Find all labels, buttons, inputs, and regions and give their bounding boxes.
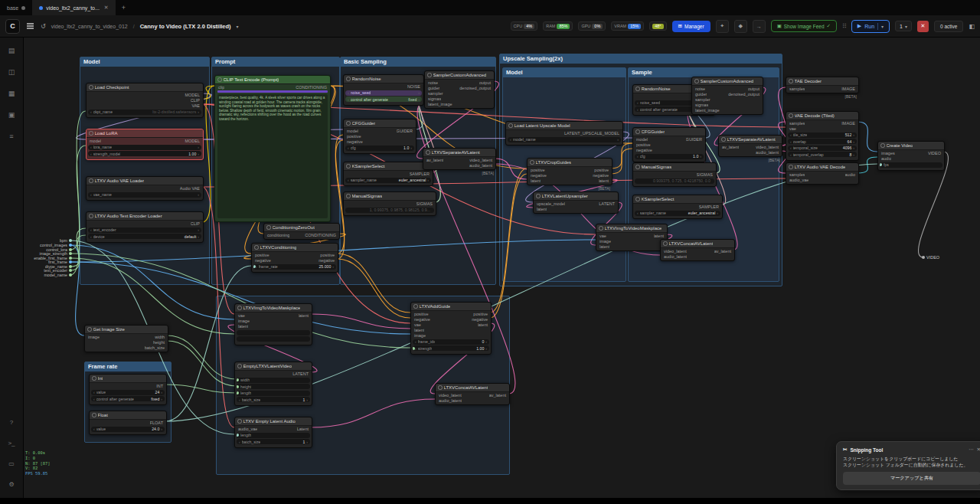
run-button[interactable]: ▶ Run ▾ [851, 20, 890, 33]
collapse-dot-icon[interactable] [237, 419, 242, 424]
collapse-dot-icon[interactable] [789, 165, 793, 169]
queue-icon[interactable]: ≡ [6, 130, 18, 142]
breadcrumb-workflow-id[interactable]: video_ltx2_canny_to_video_012 [51, 24, 128, 29]
collapse-dot-icon[interactable] [237, 306, 242, 310]
output-video[interactable]: VIDEO [922, 255, 939, 260]
node-title-bar[interactable]: Get Image Size [85, 326, 168, 334]
node-title-bar[interactable]: LTXVAddGuide [411, 303, 491, 311]
combo-left-icon[interactable]: ‹ [415, 346, 416, 351]
node-ltxv-audio-text-encoder-loader[interactable]: LTXV Audio Text Encoder LoaderCLIP‹text_… [86, 211, 204, 243]
combo-left-icon[interactable]: ‹ [90, 110, 92, 114]
node-conditioning-zero-out[interactable]: ConditioningZeroOutconditioningCONDITION… [263, 223, 340, 240]
collapse-dot-icon[interactable] [599, 226, 603, 231]
widget-batch_size[interactable]: ‹batch_size1› [237, 397, 310, 402]
widget-text_encoder[interactable]: ‹text_encoder› [88, 227, 201, 233]
node-title-bar[interactable]: Int [90, 375, 166, 383]
model-library-icon[interactable]: ▣ [6, 109, 18, 120]
node-ksampler-select-2[interactable]: KSamplerSelectSAMPLER‹sampler_nameeuler_… [632, 195, 723, 219]
node-title-bar[interactable]: VAE Decode (Tiled) [786, 112, 858, 120]
node-title-bar[interactable]: CFGGuider [344, 119, 416, 128]
combo-left-icon[interactable]: ‹ [348, 178, 349, 182]
combo-right-icon[interactable]: › [198, 234, 199, 239]
node-title-bar[interactable]: Load LoRA [87, 129, 203, 138]
collapse-dot-icon[interactable] [413, 304, 418, 309]
combo-right-icon[interactable]: › [853, 139, 854, 144]
node-load-checkpoint[interactable]: Load CheckpointMODELCLIPVAE‹ckpt_nameltx… [86, 83, 204, 118]
widget-tile_size[interactable]: ‹tile_size512› [788, 133, 857, 138]
node-clip-text-encode[interactable]: CLIP Text Encode (Prompt)clipCONDITIONIN… [214, 75, 331, 222]
collapse-dot-icon[interactable] [92, 376, 96, 381]
combo-left-icon[interactable]: ‹ [239, 398, 240, 402]
manager-button[interactable]: ⊞ Manager [672, 21, 710, 32]
node-ltxv-img-to-video-maskplace-1[interactable]: LTXVImgToVideoMaskplacevaelatentimagelat… [234, 303, 312, 345]
active-jobs-badge[interactable]: 0 active [934, 21, 963, 32]
snipping-tool-toast[interactable]: ✂ Snipping Tool ⋯ ✕ スクリーンショットをクリップボードにコピ… [836, 441, 980, 490]
toast-more-icon[interactable]: ⋯ [969, 447, 974, 453]
combo-left-icon[interactable]: ‹ [90, 227, 92, 232]
collapse-dot-icon[interactable] [536, 194, 541, 198]
node-title-bar[interactable]: CFGGuider [633, 128, 705, 136]
node-manual-sigmas-1[interactable]: ManualSigmasSIGMAS1, 0.99375, 0.9875, 0.… [343, 191, 436, 216]
node-sampler-custom-advanced-2[interactable]: SamplerCustomAdvancednoiseoutputguiderde… [691, 77, 763, 115]
widget-length[interactable]: length [237, 391, 310, 396]
node-title-bar[interactable]: LTXV Audio Text Encoder Loader [87, 212, 203, 221]
widget-sampler_name[interactable]: ‹sampler_nameeuler_ancestral› [635, 211, 720, 216]
node-title-bar[interactable]: Create Video [878, 142, 944, 150]
help-icon[interactable]: ? [6, 417, 18, 428]
node-title-bar[interactable]: LTXVSeparateAVLatent [719, 136, 782, 144]
node-int[interactable]: IntINT‹value24›‹control after generatefi… [89, 374, 167, 405]
widget-cfg[interactable]: ‹cfg1.0› [345, 146, 414, 151]
combo-left-icon[interactable]: ‹ [256, 264, 257, 269]
node-vae-decode-tiled[interactable]: VAE Decode (Tiled)samplesIMAGEvae‹tile_s… [786, 111, 859, 161]
node-title-bar[interactable]: LTXVConditioning [252, 244, 338, 252]
widget-model_name[interactable]: ‹model_name› [508, 137, 621, 142]
combo-right-icon[interactable]: › [332, 264, 334, 269]
node-sampler-custom-advanced-1[interactable]: SamplerCustomAdvancednoiseoutputguiderde… [424, 70, 495, 109]
collapse-dot-icon[interactable] [880, 143, 885, 148]
collapse-dot-icon[interactable] [438, 385, 443, 390]
node-title-bar[interactable]: LTXVImgToVideoMaskplace [235, 304, 312, 313]
prompt-textarea[interactable]: masterpiece, best quality, 4k. A sleek s… [217, 94, 328, 218]
combo-left-icon[interactable]: ‹ [239, 440, 240, 444]
settings-icon[interactable]: ⚙ [6, 479, 18, 490]
collapse-dot-icon[interactable] [346, 164, 351, 169]
menu-icon[interactable] [27, 25, 34, 26]
widget-value[interactable]: 0.909375, 0.725, 0.4218750, 0.0 [635, 178, 714, 184]
combo-left-icon[interactable]: ‹ [790, 152, 792, 157]
widget-value[interactable]: 1, 0.99375, 0.9875, 0.98125, 0.9... [345, 208, 434, 213]
node-title-bar[interactable]: LTXV Empty Latent Audio [235, 417, 312, 426]
cancel-button[interactable]: ✕ [917, 21, 929, 32]
node-ltxv-audio-vae-loader[interactable]: LTXV Audio VAE LoaderAudio VAE‹vae_name› [86, 176, 204, 201]
workflow-title[interactable]: Canny to Video (LTX 2.0 Distilled) [140, 23, 231, 30]
node-title-bar[interactable]: KSamplerSelect [633, 195, 722, 204]
collapse-dot-icon[interactable] [87, 327, 92, 332]
combo-right-icon[interactable]: › [485, 339, 487, 344]
panel-toggle-icon[interactable]: ◧ [969, 23, 975, 30]
io-slot-dot[interactable] [69, 260, 72, 263]
combo-right-icon[interactable]: › [853, 146, 854, 150]
combo-right-icon[interactable]: › [306, 398, 308, 402]
collapse-dot-icon[interactable] [427, 73, 432, 77]
node-title-bar[interactable]: SamplerCustomAdvanced [425, 71, 494, 80]
markup-and-share-button[interactable]: マークアップと共有 [843, 472, 980, 485]
widget-control after generate[interactable]: ‹control after generatefixed› [345, 97, 422, 102]
node-ltxv-concat-av-latent-2[interactable]: LTXVConcatAVLatentvideo_latentav_latenta… [660, 239, 735, 261]
collapse-dot-icon[interactable] [530, 160, 534, 165]
undo-icon[interactable]: ↺ [41, 23, 46, 30]
widget-input-dot[interactable] [880, 163, 882, 166]
io-slot-dot[interactable] [69, 269, 72, 272]
combo-right-icon[interactable]: › [306, 440, 308, 444]
combo-right-icon[interactable]: › [198, 110, 199, 114]
combo-left-icon[interactable]: ‹ [637, 154, 639, 159]
close-tab-icon[interactable]: ✕ [104, 5, 109, 11]
combo-right-icon[interactable]: › [198, 192, 199, 197]
combo-left-icon[interactable]: ‹ [90, 192, 92, 197]
collapse-dot-icon[interactable] [426, 150, 430, 155]
node-get-image-size[interactable]: Get Image Sizeimagewidthheightbatch_size [84, 325, 168, 352]
collapse-dot-icon[interactable] [789, 113, 793, 118]
node-cfg-guider-2[interactable]: CFGGuidermodelGUIDERpositivenegative‹cfg… [632, 127, 706, 162]
combo-left-icon[interactable]: ‹ [348, 97, 349, 102]
collapse-dot-icon[interactable] [694, 79, 699, 83]
collapse-dot-icon[interactable] [346, 77, 351, 81]
combo-right-icon[interactable]: › [418, 90, 420, 95]
